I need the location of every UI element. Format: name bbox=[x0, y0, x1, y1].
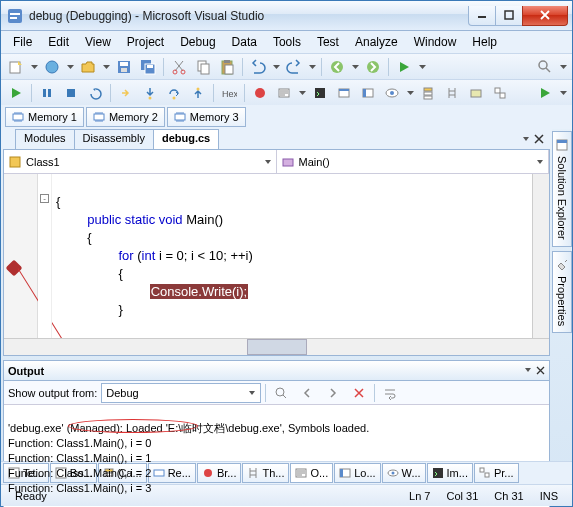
clear-icon[interactable] bbox=[348, 382, 370, 404]
find-message-icon[interactable] bbox=[270, 382, 292, 404]
dropdown-icon[interactable] bbox=[65, 65, 75, 69]
continue-icon[interactable] bbox=[5, 82, 27, 104]
window-buttons bbox=[469, 6, 568, 26]
breakpoints-icon[interactable] bbox=[249, 82, 271, 104]
next-icon[interactable] bbox=[322, 382, 344, 404]
memory-tab-1[interactable]: Memory 1 bbox=[5, 107, 84, 127]
copy-icon[interactable] bbox=[192, 56, 214, 78]
close-button[interactable] bbox=[522, 6, 568, 26]
menu-view[interactable]: View bbox=[77, 33, 119, 51]
code-body[interactable]: { public static void Main() { for (int i… bbox=[52, 174, 532, 338]
svg-point-19 bbox=[331, 61, 343, 73]
chevron-down-icon bbox=[248, 389, 256, 397]
memory-tab-3[interactable]: Memory 3 bbox=[167, 107, 246, 127]
svg-rect-18 bbox=[225, 65, 233, 74]
side-tab-properties[interactable]: Properties bbox=[552, 251, 572, 333]
menu-debug[interactable]: Debug bbox=[172, 33, 223, 51]
output-body[interactable]: 'debug.exe' (Managed): Loaded 'E:\临时文档\d… bbox=[4, 405, 549, 507]
dropdown-icon[interactable] bbox=[29, 65, 39, 69]
modules-icon[interactable] bbox=[465, 82, 487, 104]
watch-icon[interactable] bbox=[381, 82, 403, 104]
tab-close-icon[interactable] bbox=[534, 134, 544, 144]
save-all-icon[interactable] bbox=[137, 56, 159, 78]
tab-debug-cs[interactable]: debug.cs bbox=[153, 129, 219, 149]
locals-icon[interactable] bbox=[357, 82, 379, 104]
svg-rect-43 bbox=[500, 93, 505, 98]
dropdown-icon[interactable] bbox=[405, 91, 415, 95]
step-into-icon[interactable] bbox=[139, 82, 161, 104]
pane-dropdown-icon[interactable] bbox=[524, 366, 532, 375]
class-selector[interactable]: Class1 bbox=[4, 150, 277, 173]
find-icon[interactable] bbox=[534, 56, 556, 78]
nav-back-icon[interactable] bbox=[326, 56, 348, 78]
svg-rect-8 bbox=[121, 68, 127, 72]
step-over-icon[interactable] bbox=[163, 82, 185, 104]
vertical-scrollbar[interactable] bbox=[532, 174, 549, 338]
stop-icon[interactable] bbox=[60, 82, 82, 104]
workarea: Modules Disassembly debug.cs Class1 bbox=[1, 129, 572, 461]
open-icon[interactable] bbox=[77, 56, 99, 78]
dropdown-icon[interactable] bbox=[417, 65, 427, 69]
tab-disassembly[interactable]: Disassembly bbox=[74, 129, 154, 149]
step-out-icon[interactable] bbox=[187, 82, 209, 104]
document-tabs: Modules Disassembly debug.cs bbox=[1, 129, 552, 149]
nav-forward-icon[interactable] bbox=[362, 56, 384, 78]
menu-project[interactable]: Project bbox=[119, 33, 172, 51]
menu-tools[interactable]: Tools bbox=[265, 33, 309, 51]
cut-icon[interactable] bbox=[168, 56, 190, 78]
menu-test[interactable]: Test bbox=[309, 33, 347, 51]
window-title: debug (Debugging) - Microsoft Visual Stu… bbox=[29, 9, 469, 23]
solution-explorer-icon bbox=[555, 138, 569, 152]
memory-tab-2[interactable]: Memory 2 bbox=[86, 107, 165, 127]
dropdown-icon[interactable] bbox=[350, 65, 360, 69]
code-editor[interactable]: - { public static void Main() { for (int… bbox=[4, 174, 549, 338]
dropdown-icon[interactable] bbox=[297, 91, 307, 95]
menu-file[interactable]: File bbox=[5, 33, 40, 51]
method-selector[interactable]: Main() bbox=[277, 150, 550, 173]
horizontal-scrollbar[interactable] bbox=[4, 338, 549, 355]
dropdown-icon[interactable] bbox=[307, 65, 317, 69]
pane-close-icon[interactable] bbox=[536, 366, 545, 375]
outline-margin[interactable]: - bbox=[38, 174, 52, 338]
output-source-selector[interactable]: Debug bbox=[101, 383, 261, 403]
hex-icon[interactable]: Hex bbox=[218, 82, 240, 104]
new-project-icon[interactable] bbox=[5, 56, 27, 78]
autos-icon[interactable] bbox=[333, 82, 355, 104]
scroll-thumb[interactable] bbox=[247, 339, 307, 355]
svg-rect-15 bbox=[201, 64, 209, 74]
minimize-button[interactable] bbox=[468, 6, 496, 26]
paste-icon[interactable] bbox=[216, 56, 238, 78]
menu-analyze[interactable]: Analyze bbox=[347, 33, 406, 51]
show-next-statement-icon[interactable] bbox=[115, 82, 137, 104]
restart-icon[interactable] bbox=[84, 82, 106, 104]
menu-edit[interactable]: Edit bbox=[40, 33, 77, 51]
callstack-icon[interactable] bbox=[417, 82, 439, 104]
output-icon[interactable] bbox=[273, 82, 295, 104]
break-all-icon[interactable] bbox=[36, 82, 58, 104]
threads-icon[interactable] bbox=[441, 82, 463, 104]
output-toolbar: Show output from: Debug bbox=[4, 381, 549, 405]
immediate-icon[interactable] bbox=[309, 82, 331, 104]
dropdown-icon[interactable] bbox=[271, 65, 281, 69]
undo-icon[interactable] bbox=[247, 56, 269, 78]
collapse-toggle[interactable]: - bbox=[40, 194, 49, 203]
dropdown-icon[interactable] bbox=[558, 65, 568, 69]
new-website-icon[interactable] bbox=[41, 56, 63, 78]
gutter[interactable] bbox=[4, 174, 38, 338]
prev-icon[interactable] bbox=[296, 382, 318, 404]
processes-icon[interactable] bbox=[489, 82, 511, 104]
menu-window[interactable]: Window bbox=[406, 33, 465, 51]
menu-help[interactable]: Help bbox=[464, 33, 505, 51]
wordwrap-icon[interactable] bbox=[379, 382, 401, 404]
side-tab-solution-explorer[interactable]: Solution Explorer bbox=[552, 131, 572, 247]
tab-list-dropdown-icon[interactable] bbox=[522, 135, 530, 143]
redo-icon[interactable] bbox=[283, 56, 305, 78]
tab-modules[interactable]: Modules bbox=[15, 129, 75, 149]
save-icon[interactable] bbox=[113, 56, 135, 78]
start-debug-icon[interactable] bbox=[393, 56, 415, 78]
start-debug-icon[interactable] bbox=[534, 82, 556, 104]
dropdown-icon[interactable] bbox=[101, 65, 111, 69]
maximize-button[interactable] bbox=[495, 6, 523, 26]
menu-data[interactable]: Data bbox=[224, 33, 265, 51]
dropdown-icon[interactable] bbox=[558, 91, 568, 95]
